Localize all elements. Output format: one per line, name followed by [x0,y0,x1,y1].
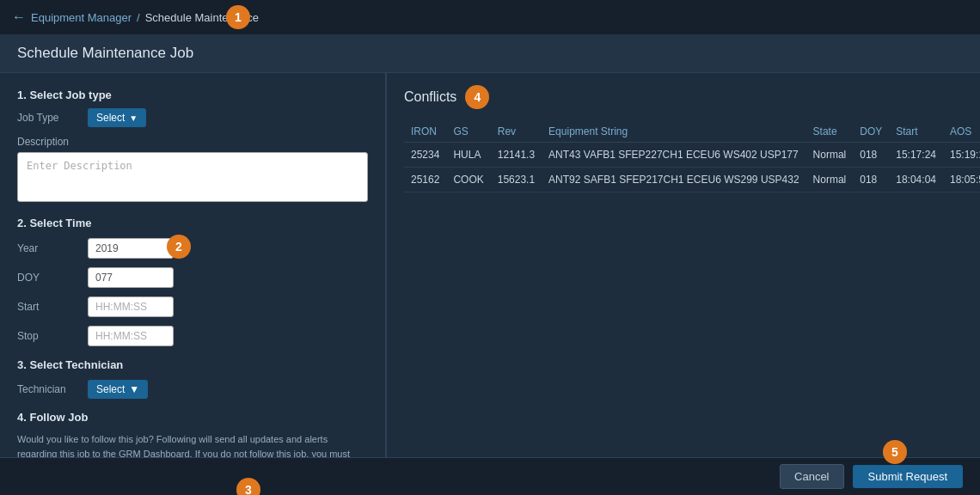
cell-iron: 25234 [404,143,446,168]
description-label: Description [17,136,368,148]
doy-row: DOY [17,267,368,288]
cell-start: 15:17:24 [889,143,943,168]
cell-aos: 18:05:55 [943,168,980,192]
year-label: Year [17,242,79,254]
submit-button[interactable]: Submit Request [853,465,964,488]
cell-rev: 12141.3 [491,143,542,168]
conflicts-table-body: 25234HULA12141.3ANT43 VAFB1 SFEP227CH1 E… [404,143,980,192]
col-rev: Rev [491,121,542,143]
page-title: Schedule Maintenance Job [17,45,193,61]
step-badge-5: 5 [883,440,907,464]
col-iron: IRON [404,121,446,143]
col-equipment-string: Equipment String [542,121,805,143]
cell-aos: 15:19:15 [943,143,980,168]
start-input[interactable] [88,296,174,317]
conflicts-table-header: IRON GS Rev Equipment String State DOY S… [404,121,980,143]
table-row: 25234HULA12141.3ANT43 VAFB1 SFEP227CH1 E… [404,143,980,168]
table-row: 25162COOK15623.1ANT92 SAFB1 SFEP217CH1 E… [404,168,980,192]
section1-title: 1. Select Job type [17,89,368,101]
step-badge-1: 1 [226,5,250,29]
doy-input[interactable] [88,267,174,288]
back-button[interactable]: ← [12,9,26,25]
step-badge-2: 2 [167,235,191,259]
start-label: Start [17,301,79,313]
cell-equipment_string: ANT92 SAFB1 SFEP217CH1 ECEU6 WS299 USP43… [542,168,805,192]
page-header: Schedule Maintenance Job [0,34,980,73]
conflicts-table: IRON GS Rev Equipment String State DOY S… [404,121,980,192]
cell-equipment_string: ANT43 VAFB1 SFEP227CH1 ECEU6 WS402 USP17… [542,143,805,168]
col-aos: AOS [943,121,980,143]
cell-doy: 018 [853,168,889,192]
footer-bar: Cancel Submit Request 5 [0,457,980,495]
step-badge-4: 4 [465,85,489,109]
start-row: Start [17,296,368,317]
job-type-select-button[interactable]: Select ▼ [88,108,146,127]
topbar: ← Equipment Manager / Schedule Maintenan… [0,0,980,34]
doy-label: DOY [17,272,79,284]
section3-title: 3. Select Technician [17,358,368,371]
cancel-button[interactable]: Cancel [780,464,843,489]
breadcrumb-separator: / [137,11,140,24]
chevron-down-icon: ▼ [129,383,139,395]
cell-start: 18:04:04 [889,168,943,192]
cell-iron: 25162 [404,168,446,192]
left-panel: 1. Select Job type Job Type Select ▼ Des… [0,73,387,495]
year-input[interactable] [88,238,174,259]
cell-doy: 018 [853,143,889,168]
technician-label: Technician [17,383,79,395]
conflicts-title: Conflicts 4 [404,85,963,109]
cell-state: Normal [806,168,854,192]
step-badge-3: 3 [236,478,260,495]
technician-select-button[interactable]: Select ▼ [88,380,148,399]
col-state: State [806,121,854,143]
cell-gs: COOK [446,168,490,192]
description-textarea[interactable] [17,152,368,202]
cell-state: Normal [806,143,854,168]
breadcrumb-link[interactable]: Equipment Manager [31,11,132,24]
col-start: Start [889,121,943,143]
col-gs: GS [446,121,490,143]
cell-rev: 15623.1 [491,168,542,192]
year-row: Year [17,238,368,259]
section4-title: 4. Follow Job [17,411,368,424]
stop-input[interactable] [88,326,174,346]
cell-gs: HULA [446,143,490,168]
chevron-down-icon: ▼ [129,113,138,123]
stop-label: Stop [17,330,79,342]
job-type-label: Job Type [17,112,79,124]
section2-title: 2. Select Time [17,217,368,229]
right-panel: Conflicts 4 IRON GS Rev Equipment String… [387,73,980,495]
col-doy: DOY [853,121,889,143]
stop-row: Stop [17,326,368,346]
technician-row: Technician Select ▼ [17,380,368,399]
job-type-row: Job Type Select ▼ [17,108,368,127]
